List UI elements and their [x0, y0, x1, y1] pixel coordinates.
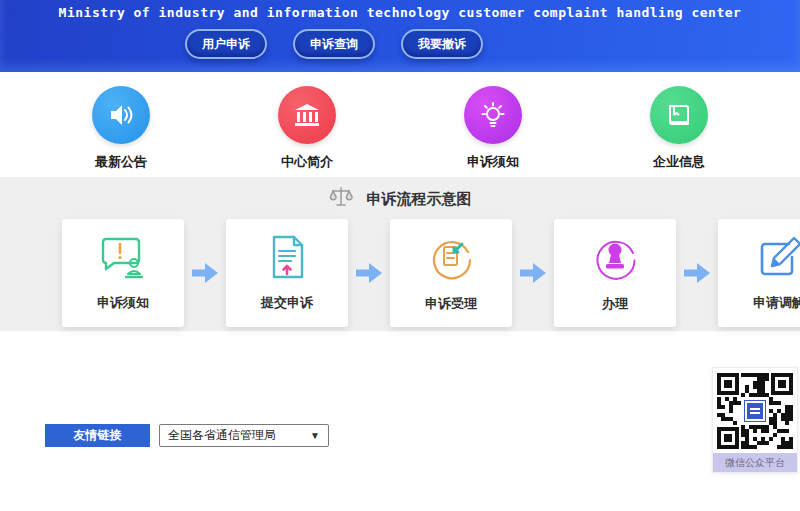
flow-step-apply-mediation[interactable]: 申请调解	[718, 219, 800, 327]
flow-step-label: 办理	[602, 295, 628, 313]
right-arrow-icon	[684, 263, 710, 283]
flow-step-label: 申诉须知	[97, 294, 149, 312]
chevron-down-icon: ▼	[310, 430, 320, 441]
header-banner: Ministry of industry and information tec…	[0, 0, 800, 72]
user-appeal-button[interactable]: 用户申诉	[185, 29, 267, 59]
flow-steps-row: 申诉须知 提交申诉	[0, 219, 800, 327]
qr-finder-icon	[771, 373, 793, 395]
quick-nav-label: 最新公告	[95, 153, 147, 171]
scales-icon	[329, 185, 353, 213]
right-arrow-icon	[356, 263, 382, 283]
complaint-center-page: Ministry of industry and information tec…	[0, 0, 800, 511]
flow-step-label: 申请调解	[753, 294, 800, 312]
flow-title: 申诉流程示意图	[367, 190, 472, 209]
header-button-row: 用户申诉 申诉查询 我要撤诉	[0, 29, 800, 59]
flow-step-processing[interactable]: 办理	[554, 219, 676, 327]
quick-nav-center-intro[interactable]: 中心简介	[232, 72, 382, 177]
flow-step-submit-appeal[interactable]: 提交申诉	[226, 219, 348, 327]
speaker-icon	[92, 86, 150, 144]
qr-center-logo	[745, 401, 765, 421]
quick-nav-appeal-notice[interactable]: 申诉须知	[418, 72, 568, 177]
book-icon	[650, 86, 708, 144]
wechat-qr-box: 微信公众平台	[712, 367, 798, 473]
qr-finder-icon	[717, 373, 739, 395]
bulb-icon	[464, 86, 522, 144]
quick-nav-enterprise-info[interactable]: 企业信息	[604, 72, 754, 177]
flow-step-appeal-acceptance[interactable]: 申诉受理	[390, 219, 512, 327]
right-arrow-icon	[520, 263, 546, 283]
quick-nav-latest-announcements[interactable]: 最新公告	[46, 72, 196, 177]
flow-step-label: 申诉受理	[425, 295, 477, 313]
submit-doc-icon	[264, 234, 310, 284]
appeal-flow-section: 申诉流程示意图 申诉须知	[0, 177, 800, 331]
flow-step-appeal-notice[interactable]: 申诉须知	[62, 219, 184, 327]
accept-doc-icon	[427, 233, 475, 285]
flow-header: 申诉流程示意图	[0, 186, 800, 212]
bank-icon	[278, 86, 336, 144]
qr-caption: 微信公众平台	[713, 453, 797, 472]
select-value: 全国各省通信管理局	[168, 427, 276, 444]
quick-nav-label: 企业信息	[653, 153, 705, 171]
friendly-links-button[interactable]: 友情链接	[45, 424, 150, 447]
quick-nav-label: 申诉须知	[467, 153, 519, 171]
appeal-query-button[interactable]: 申诉查询	[293, 29, 375, 59]
withdraw-appeal-button[interactable]: 我要撤诉	[401, 29, 483, 59]
qr-code	[717, 373, 793, 449]
flow-step-label: 提交申诉	[261, 294, 313, 312]
right-arrow-icon	[192, 263, 218, 283]
provincial-admin-select[interactable]: 全国各省通信管理局 ▼	[159, 424, 329, 447]
qr-finder-icon	[717, 427, 739, 449]
edit-pen-icon	[755, 234, 800, 284]
quick-nav-label: 中心简介	[281, 153, 333, 171]
quick-nav: 最新公告 中心简介	[0, 72, 800, 177]
stamp-icon	[591, 233, 639, 285]
page-title: Ministry of industry and information tec…	[0, 0, 800, 20]
notice-chat-icon	[98, 234, 148, 284]
friendly-links-row: 友情链接 全国各省通信管理局 ▼	[45, 424, 329, 447]
